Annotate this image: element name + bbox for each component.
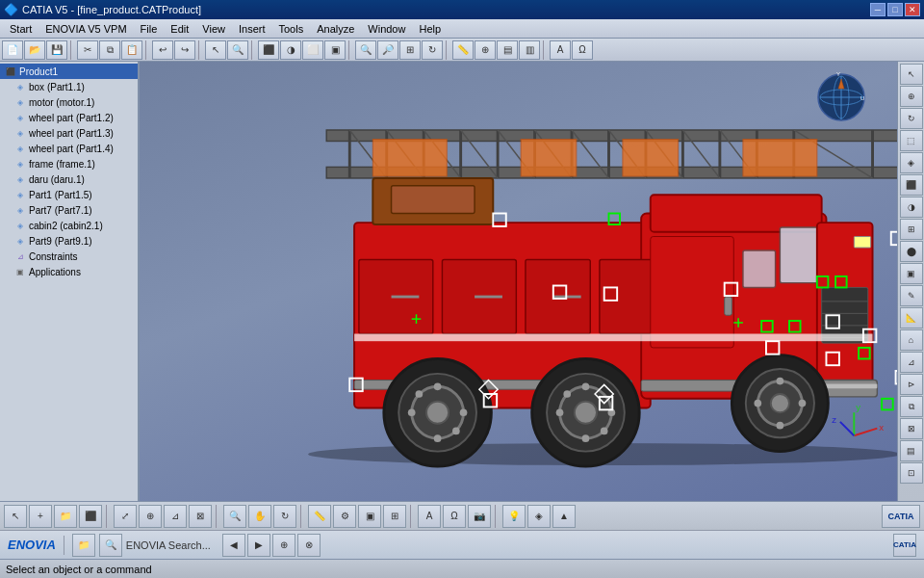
enovia-icon1[interactable]: 📁 bbox=[72, 534, 95, 557]
bt-scene[interactable]: ▲ bbox=[552, 505, 576, 528]
tree-item-wheel2[interactable]: ◈ wheel part (Part1.3) bbox=[0, 125, 138, 141]
rt-btn-11[interactable]: ✎ bbox=[900, 285, 923, 306]
tb-zoom-in[interactable]: 🔍 bbox=[355, 40, 376, 60]
tb-search[interactable]: 🔍 bbox=[227, 40, 248, 60]
tree-item-frame[interactable]: ◈ frame (frame.1) bbox=[0, 156, 138, 171]
rt-btn-17[interactable]: ⊠ bbox=[900, 418, 923, 439]
bt-pan[interactable]: ✋ bbox=[248, 505, 271, 528]
enovia-search-icon[interactable]: 🔍 bbox=[99, 534, 122, 557]
tree-item-motor[interactable]: ◈ motor (motor.1) bbox=[0, 94, 138, 110]
bt-render2[interactable]: Ω bbox=[443, 505, 466, 528]
bt-existing[interactable]: 📁 bbox=[54, 505, 77, 528]
tree-root[interactable]: ⬛ Product1 bbox=[0, 64, 138, 79]
rt-btn-7[interactable]: ◑ bbox=[900, 197, 923, 218]
viewport-3d[interactable]: x y z Y U bbox=[140, 62, 897, 501]
rt-btn-8[interactable]: ⊞ bbox=[900, 219, 923, 240]
enovia-btn3[interactable]: ⊕ bbox=[272, 534, 295, 557]
tb-zoom-out[interactable]: 🔎 bbox=[377, 40, 398, 60]
menu-start[interactable]: Start bbox=[4, 21, 38, 37]
menu-view[interactable]: View bbox=[196, 21, 231, 37]
tb-text[interactable]: A bbox=[550, 40, 571, 60]
bt-render1[interactable]: A bbox=[418, 505, 441, 528]
bt-product[interactable]: ⬛ bbox=[79, 505, 102, 528]
tb-copy[interactable]: ⧉ bbox=[99, 40, 120, 60]
tb-undo[interactable]: ↩ bbox=[152, 40, 173, 60]
tb-rotate[interactable]: ↻ bbox=[422, 40, 443, 60]
tb-option2[interactable]: ▥ bbox=[519, 40, 540, 60]
rt-btn-14[interactable]: ⊿ bbox=[900, 352, 923, 373]
rt-btn-2[interactable]: ⊕ bbox=[900, 86, 923, 107]
rt-btn-1[interactable]: ↖ bbox=[900, 64, 923, 85]
maximize-button[interactable]: □ bbox=[887, 3, 903, 16]
bt-camera[interactable]: 📷 bbox=[468, 505, 491, 528]
enovia-btn4[interactable]: ⊗ bbox=[297, 534, 321, 557]
tb-wireframe[interactable]: ⬜ bbox=[302, 40, 323, 60]
bt-move[interactable]: ⤢ bbox=[114, 505, 137, 528]
tree-item-box[interactable]: ◈ box (Part1.1) bbox=[0, 79, 138, 94]
rt-btn-18[interactable]: ▤ bbox=[900, 440, 923, 461]
bt-zoom[interactable]: 🔍 bbox=[223, 505, 246, 528]
menu-window[interactable]: Window bbox=[362, 21, 411, 37]
tree-item-wheel3[interactable]: ◈ wheel part (Part1.4) bbox=[0, 141, 138, 156]
tb-open[interactable]: 📂 bbox=[24, 40, 45, 60]
bt-select[interactable]: ↖ bbox=[4, 505, 27, 528]
tree-item-daru[interactable]: ◈ daru (daru.1) bbox=[0, 171, 138, 187]
navigation-cube[interactable]: Y U bbox=[815, 71, 868, 124]
menu-analyze[interactable]: Analyze bbox=[311, 21, 360, 37]
tree-item-part9[interactable]: ◈ Part9 (Part9.1) bbox=[0, 233, 138, 249]
tree-item-constraints[interactable]: ⊿ Constraints bbox=[0, 249, 138, 264]
menu-file[interactable]: File bbox=[135, 21, 164, 37]
rt-btn-12[interactable]: 📐 bbox=[900, 307, 923, 328]
tb-cut[interactable]: ✂ bbox=[77, 40, 98, 60]
minimize-button[interactable]: ─ bbox=[870, 3, 886, 16]
rt-btn-19[interactable]: ⊡ bbox=[900, 462, 923, 484]
rt-btn-5[interactable]: ◈ bbox=[900, 152, 923, 173]
tb-snap[interactable]: ⊕ bbox=[475, 40, 496, 60]
tb-fit[interactable]: ⊞ bbox=[399, 40, 421, 60]
bt-snap[interactable]: ⊕ bbox=[139, 505, 162, 528]
tb-new[interactable]: 📄 bbox=[2, 40, 23, 60]
tb-edges[interactable]: ▣ bbox=[324, 40, 346, 60]
bt-constraint[interactable]: ⊿ bbox=[164, 505, 187, 528]
rt-btn-13[interactable]: ⌂ bbox=[900, 329, 923, 351]
enovia-btn2[interactable]: ▶ bbox=[247, 534, 270, 557]
tb-paste[interactable]: 📋 bbox=[121, 40, 142, 60]
enovia-btn1[interactable]: ◀ bbox=[222, 534, 245, 557]
menu-tools[interactable]: Tools bbox=[272, 21, 309, 37]
bt-light[interactable]: 💡 bbox=[502, 505, 526, 528]
tb-option1[interactable]: ▤ bbox=[497, 40, 518, 60]
tb-select[interactable]: ↖ bbox=[205, 40, 226, 60]
rt-btn-4[interactable]: ⬚ bbox=[900, 130, 923, 151]
bt-analyze[interactable]: ⚙ bbox=[333, 505, 356, 528]
bt-measure[interactable]: 📏 bbox=[308, 505, 331, 528]
enovia-catia-right[interactable]: CATIA bbox=[893, 534, 916, 557]
tree-item-wheel1[interactable]: ◈ wheel part (Part1.2) bbox=[0, 110, 138, 125]
tb-redo[interactable]: ↪ bbox=[174, 40, 195, 60]
tree-item-cabin2[interactable]: ◈ cabin2 (cabin2.1) bbox=[0, 218, 138, 233]
tree-item-applications[interactable]: ▣ Applications bbox=[0, 264, 138, 279]
menu-insert[interactable]: Insert bbox=[233, 21, 271, 37]
bt-mat[interactable]: ◈ bbox=[527, 505, 551, 528]
rt-btn-10[interactable]: ▣ bbox=[900, 263, 923, 284]
bt-new-part[interactable]: + bbox=[29, 505, 52, 528]
rt-btn-16[interactable]: ⧉ bbox=[900, 396, 923, 417]
tree-item-part7[interactable]: ◈ Part7 (Part7.1) bbox=[0, 202, 138, 218]
tb-render[interactable]: ⬛ bbox=[258, 40, 279, 60]
tree-item-part1[interactable]: ◈ Part1 (Part1.5) bbox=[0, 187, 138, 202]
bt-fix[interactable]: ⊠ bbox=[189, 505, 212, 528]
bt-rotate[interactable]: ↻ bbox=[273, 505, 296, 528]
tb-font[interactable]: Ω bbox=[572, 40, 593, 60]
rt-btn-15[interactable]: ⊳ bbox=[900, 374, 923, 395]
close-button[interactable]: ✕ bbox=[905, 3, 920, 16]
tb-save[interactable]: 💾 bbox=[46, 40, 67, 60]
menu-enovia[interactable]: ENOVIA V5 VPM bbox=[39, 21, 132, 37]
rt-btn-3[interactable]: ↻ bbox=[900, 108, 923, 129]
bt-section[interactable]: ▣ bbox=[358, 505, 381, 528]
rt-btn-6[interactable]: ⬛ bbox=[900, 174, 923, 196]
menu-help[interactable]: Help bbox=[413, 21, 447, 37]
tb-measure[interactable]: 📏 bbox=[452, 40, 474, 60]
bt-clash[interactable]: ⊞ bbox=[383, 505, 406, 528]
tb-shade[interactable]: ◑ bbox=[280, 40, 301, 60]
menu-edit[interactable]: Edit bbox=[165, 21, 194, 37]
rt-btn-9[interactable]: ⬤ bbox=[900, 241, 923, 262]
